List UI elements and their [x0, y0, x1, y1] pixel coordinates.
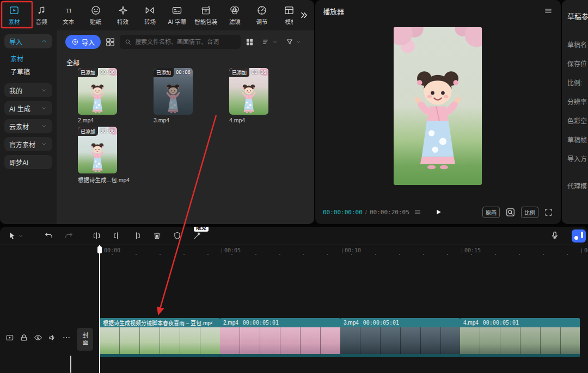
- tab-media[interactable]: 素材: [3, 3, 25, 28]
- tab-ai-captions[interactable]: AI 字幕: [166, 3, 188, 28]
- draft-field-label: 草稿帧: [567, 135, 588, 154]
- transition-icon: [144, 5, 155, 16]
- split-button[interactable]: [92, 231, 101, 240]
- view-grid-button[interactable]: [245, 38, 254, 47]
- delete-button[interactable]: [152, 231, 162, 240]
- timeline-ruler[interactable]: 00:00 00:05 00:10 00:15 00:20: [0, 245, 588, 257]
- more-tabs-button[interactable]: [297, 8, 311, 23]
- clip-header: 3.mp4 00:00:05:01: [340, 318, 460, 327]
- pip-record-button[interactable]: [572, 229, 586, 243]
- cursor-icon: [8, 231, 17, 240]
- tab-text[interactable]: TI 文本: [58, 3, 79, 28]
- timeline-clip[interactable]: 4.mp4 00:00:05:01: [460, 318, 580, 357]
- tab-label: 特效: [117, 17, 128, 26]
- material-grid-button[interactable]: [105, 37, 115, 47]
- track-more-button[interactable]: [62, 333, 71, 342]
- search-box[interactable]: [120, 35, 241, 49]
- clip-name: 2.mp4: [223, 320, 238, 326]
- vertical-scrollbar[interactable]: [70, 356, 71, 373]
- track-visibility-button[interactable]: [34, 333, 42, 342]
- import-button-label: 导入: [82, 38, 95, 47]
- tab-adjust[interactable]: 调节: [251, 3, 273, 28]
- tab-filter[interactable]: 滤镜: [224, 3, 246, 28]
- sidebar-item-material[interactable]: 素材: [4, 52, 52, 65]
- sidebar-item-subdraft[interactable]: 子草稿: [4, 65, 52, 78]
- magnifier-box-icon: [505, 207, 516, 217]
- undo-icon: [44, 231, 53, 240]
- track-preview-toggle[interactable]: [5, 333, 14, 342]
- eye-icon: [34, 333, 42, 342]
- import-button[interactable]: 导入: [65, 35, 101, 49]
- tab-label: 文本: [63, 17, 74, 26]
- ratio-button[interactable]: 比例: [521, 207, 538, 218]
- sidebar-item-official[interactable]: 官方素材: [4, 137, 52, 151]
- sort-button[interactable]: [262, 38, 278, 46]
- sidebar-item-ai-generate[interactable]: AI 生成: [4, 101, 52, 115]
- original-quality-button[interactable]: 原画: [482, 207, 500, 218]
- select-tool-button[interactable]: [8, 231, 23, 240]
- media-icon: [9, 5, 20, 16]
- added-badge: 已添加: [229, 68, 249, 77]
- girl-thumbnail-art: [240, 82, 258, 115]
- sidebar-item-label: 素材: [10, 54, 23, 63]
- media-item[interactable]: 已添加 00:06 2.mp4: [78, 68, 117, 123]
- timeline-clip[interactable]: 根据诗生成视频分镜脚本春夜喜雨 – 豆包.mp4: [100, 318, 220, 357]
- filter-button[interactable]: [285, 38, 301, 46]
- fullscreen-button[interactable]: [544, 208, 553, 217]
- timecode-options-button[interactable]: [414, 208, 421, 216]
- track-lock-button[interactable]: [20, 333, 28, 342]
- tab-smart-package[interactable]: 智能包装: [193, 3, 218, 28]
- zoom-preview-button[interactable]: [505, 207, 516, 217]
- sidebar-item-mine[interactable]: 我的: [4, 83, 52, 97]
- girl-preview-art: [405, 63, 470, 182]
- section-all-label: 全部: [66, 58, 314, 67]
- library-panel: 素材 音频 TI 文本 贴纸 特效: [0, 0, 314, 224]
- track-mute-button[interactable]: [48, 333, 57, 342]
- tab-sticker[interactable]: 贴纸: [85, 3, 107, 28]
- play-button[interactable]: [434, 208, 443, 216]
- split-icon: [92, 231, 101, 240]
- clip-footer: [460, 354, 580, 357]
- girl-thumbnail-art: [88, 141, 107, 173]
- cover-button[interactable]: 封面: [77, 328, 93, 351]
- audio-icon: [36, 5, 47, 16]
- sidebar-item-cloud[interactable]: 云素材: [4, 119, 52, 133]
- media-item[interactable]: 已添加 00:06 3.mp4: [154, 68, 193, 123]
- tab-audio[interactable]: 音频: [30, 3, 52, 28]
- media-item[interactable]: 已添加 00:06 4.mp4: [229, 68, 268, 123]
- ellipsis-icon: [62, 333, 71, 342]
- timeline-clip[interactable]: 2.mp4 00:00:05:01: [220, 318, 340, 357]
- fullscreen-icon: [544, 208, 553, 217]
- clip-duration: 00:00:05:01: [483, 320, 519, 326]
- chevrons-right-icon: [299, 10, 309, 20]
- search-icon: [124, 38, 132, 46]
- text-icon: TI: [63, 5, 74, 16]
- sidebar-item-jimeng[interactable]: 即梦AI: [4, 155, 52, 169]
- ruler-label: 00:15: [462, 247, 481, 253]
- media-item[interactable]: 已添加 00:06 根据诗生成...包.mp4: [78, 127, 117, 184]
- tab-label: 素材: [9, 17, 20, 26]
- redo-button[interactable]: [64, 231, 74, 240]
- player-menu-button[interactable]: [543, 6, 553, 16]
- clip-name: 4.mp4: [463, 320, 479, 326]
- trim-right-button[interactable]: [132, 231, 142, 240]
- draft-field-label: 分辨率: [567, 97, 588, 116]
- search-input[interactable]: [135, 39, 236, 45]
- mask-button[interactable]: [173, 231, 182, 240]
- record-voiceover-button[interactable]: [550, 231, 560, 240]
- sidebar-item-import[interactable]: 导入: [4, 34, 52, 48]
- undo-button[interactable]: [44, 231, 53, 240]
- sidebar-item-label: 子草稿: [10, 67, 30, 76]
- tab-effects[interactable]: 特效: [112, 3, 134, 28]
- playhead[interactable]: [99, 245, 100, 373]
- clip-duration: 00:00:05:01: [243, 320, 279, 326]
- timeline-panel: 限免 00:00 00:05 00:10 00:15 00:20: [0, 227, 588, 373]
- trim-left-button[interactable]: [112, 231, 121, 240]
- redo-icon: [64, 231, 74, 240]
- limited-free-feature-button[interactable]: 限免: [193, 231, 202, 240]
- draft-field-label: 比例:: [567, 78, 588, 97]
- timeline-clip[interactable]: 3.mp4 00:00:05:01: [340, 318, 460, 357]
- tab-label: 模板: [285, 17, 293, 26]
- playhead-handle[interactable]: [97, 246, 102, 253]
- tab-transition[interactable]: 转场: [139, 3, 161, 28]
